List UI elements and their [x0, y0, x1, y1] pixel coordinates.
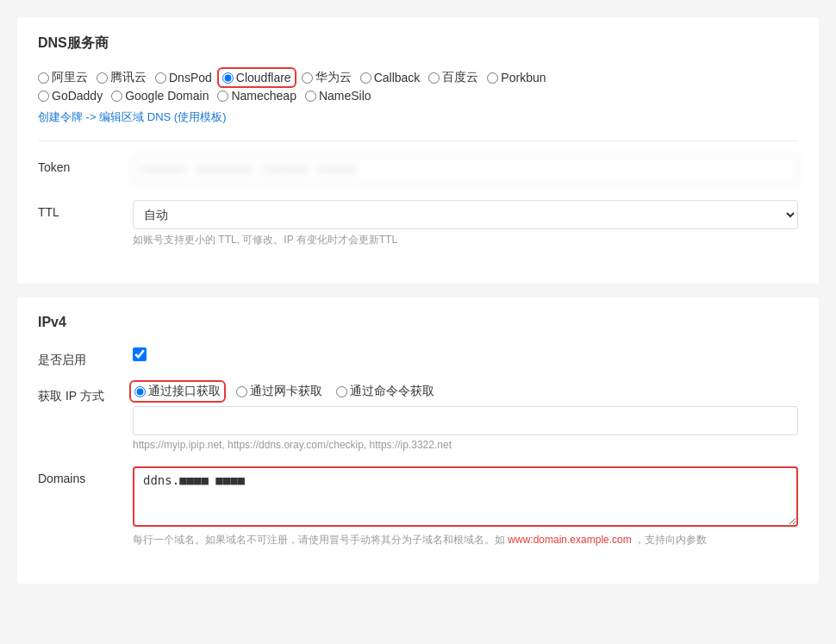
ttl-hint: 如账号支持更小的 TTL, 可修改。IP 有变化时才会更新TTL: [133, 233, 798, 247]
dns-provider-row2: GoDaddy Google Domain Namecheap NameSilo: [38, 89, 798, 103]
url-hint: https://myip.ipip.net, https://ddns.oray…: [133, 439, 798, 451]
enabled-content: [133, 347, 798, 364]
dns-template-link[interactable]: 创建令牌 -> 编辑区域 DNS (使用模板): [38, 110, 226, 123]
radio-aliyun[interactable]: 阿里云: [38, 70, 88, 85]
ip-method-content: 通过接口获取 通过网卡获取 通过命令令获取 https://myip.ipip.…: [133, 384, 798, 451]
radio-tencent[interactable]: 腾讯云: [97, 70, 147, 85]
enabled-label: 是否启用: [38, 347, 133, 368]
enabled-row: 是否启用: [38, 347, 798, 368]
enabled-checkbox-label[interactable]: [133, 347, 147, 361]
url-input[interactable]: https://myip.ipip.net, https://ddns.oray…: [133, 406, 798, 435]
domains-hint-text1: 每行一个域名。如果域名不可注册，请使用冒号手动将其分为子域名和根域名。如: [133, 534, 505, 546]
enabled-checkbox[interactable]: [133, 347, 147, 361]
domains-label: Domains: [38, 466, 133, 485]
dns-provider-row1: 阿里云 腾讯云 DnsPod Cloudflare 华为云 Callback: [38, 70, 798, 85]
token-label: Token: [38, 155, 133, 174]
ip-method-row: 获取 IP 方式 通过接口获取 通过网卡获取 通过命令令获取 https://m…: [38, 384, 798, 451]
radio-google[interactable]: Google Domain: [111, 89, 209, 103]
radio-callback[interactable]: Callback: [360, 71, 421, 84]
radio-interface[interactable]: 通过接口获取: [133, 384, 222, 399]
ipv4-section: IPv4 是否启用 获取 IP 方式 通过接口获取 通过网卡获取 通过命令令获取: [17, 297, 819, 584]
radio-cloudflare[interactable]: Cloudflare: [221, 71, 293, 84]
ttl-row: TTL 自动 1分钟 2分钟 5分钟 10分钟 15分钟 30分钟 1小时 如账…: [38, 200, 798, 247]
ip-method-label: 获取 IP 方式: [38, 384, 133, 404]
dns-provider-row: 阿里云 腾讯云 DnsPod Cloudflare 华为云 Callback: [38, 70, 798, 125]
divider1: [38, 141, 798, 141]
domains-hint-text3: ，支持向内参数: [634, 534, 707, 546]
dns-link-row: 创建令牌 -> 编辑区域 DNS (使用模板): [38, 109, 798, 125]
radio-dnspod[interactable]: DnsPod: [155, 71, 212, 84]
dns-provider-content: 阿里云 腾讯云 DnsPod Cloudflare 华为云 Callback: [38, 70, 798, 125]
radio-namesilo[interactable]: NameSilo: [305, 89, 371, 103]
token-row: Token: [38, 155, 798, 184]
radio-nic[interactable]: 通过网卡获取: [236, 384, 322, 399]
token-content: [133, 155, 798, 184]
dns-section-title: DNS服务商: [38, 34, 798, 53]
domains-hint: 每行一个域名。如果域名不可注册，请使用冒号手动将其分为子域名和根域名。如 www…: [133, 533, 798, 547]
ipv4-section-title: IPv4: [38, 315, 798, 330]
ttl-select[interactable]: 自动 1分钟 2分钟 5分钟 10分钟 15分钟 30分钟 1小时: [133, 200, 798, 229]
domains-content: ddns.■■■■ ■■■■ 每行一个域名。如果域名不可注册，请使用冒号手动将其…: [133, 466, 798, 547]
ip-method-group: 通过接口获取 通过网卡获取 通过命令令获取: [133, 384, 798, 399]
radio-baidu[interactable]: 百度云: [428, 70, 478, 85]
radio-namecheap[interactable]: Namecheap: [217, 89, 296, 103]
ttl-content: 自动 1分钟 2分钟 5分钟 10分钟 15分钟 30分钟 1小时 如账号支持更…: [133, 200, 798, 247]
dns-section: DNS服务商 阿里云 腾讯云 DnsPod Cloudflare 华为云: [17, 17, 819, 284]
domains-textarea[interactable]: ddns.■■■■ ■■■■: [133, 466, 798, 527]
domains-hint-link[interactable]: www:domain.example.com: [508, 534, 631, 546]
radio-godaddy[interactable]: GoDaddy: [38, 89, 103, 103]
radio-cmd[interactable]: 通过命令令获取: [336, 384, 434, 399]
token-input[interactable]: [133, 155, 798, 184]
radio-huawei[interactable]: 华为云: [302, 70, 352, 85]
ttl-label: TTL: [38, 200, 133, 219]
radio-porkbun[interactable]: Porkbun: [487, 71, 546, 84]
domains-row: Domains ddns.■■■■ ■■■■ 每行一个域名。如果域名不可注册，请…: [38, 466, 798, 547]
